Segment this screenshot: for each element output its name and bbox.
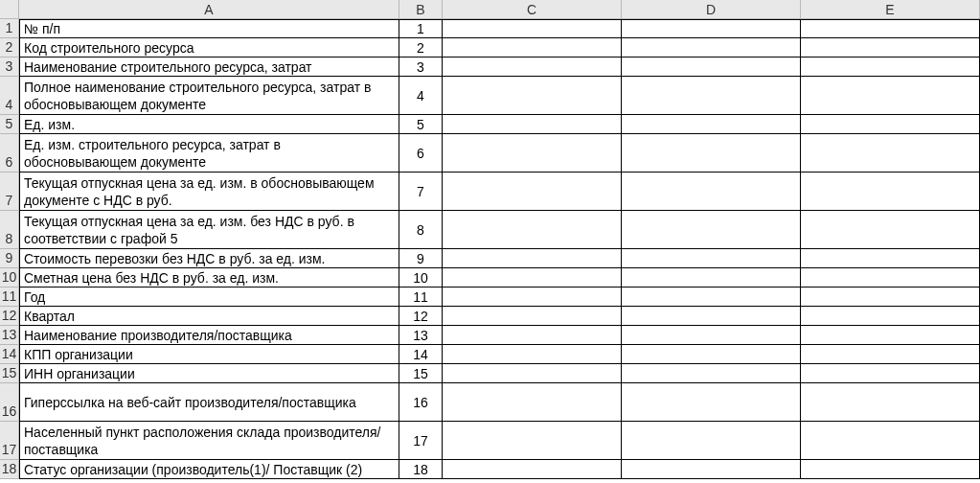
row-header[interactable]: 11 [0, 288, 19, 307]
row-header[interactable]: 3 [0, 58, 19, 77]
cell-b[interactable]: 12 [399, 307, 443, 326]
cell-a[interactable]: ИНН организации [19, 364, 399, 383]
cell-a[interactable]: КПП организации [19, 345, 399, 364]
cell-a[interactable]: Сметная цена без НДС в руб. за ед. изм. [19, 268, 399, 288]
cell-c[interactable] [443, 58, 622, 77]
cell-a[interactable]: Текущая отпускная цена за ед. изм. без Н… [19, 211, 399, 249]
row-header[interactable]: 14 [0, 345, 19, 364]
cell-d[interactable] [622, 307, 801, 326]
cell-b[interactable]: 11 [399, 288, 443, 307]
cell-d[interactable] [622, 172, 801, 211]
cell-b[interactable]: 10 [399, 268, 443, 288]
cell-b[interactable]: 17 [399, 422, 443, 460]
cell-e[interactable] [801, 288, 980, 307]
cell-c[interactable] [443, 422, 622, 460]
cell-e[interactable] [801, 211, 980, 249]
cell-c[interactable] [443, 364, 622, 383]
cell-e[interactable] [801, 172, 980, 211]
cell-d[interactable] [622, 326, 801, 345]
cell-d[interactable] [622, 288, 801, 307]
cell-c[interactable] [443, 268, 622, 288]
row-header[interactable]: 8 [0, 211, 19, 249]
cell-b[interactable]: 9 [399, 249, 443, 268]
cell-c[interactable] [443, 172, 622, 211]
row-header[interactable]: 6 [0, 134, 19, 172]
cell-a[interactable]: № п/п [19, 19, 399, 38]
cell-b[interactable]: 1 [399, 19, 443, 38]
cell-b[interactable]: 4 [399, 77, 443, 115]
row-header[interactable]: 2 [0, 38, 19, 58]
cell-b[interactable]: 13 [399, 326, 443, 345]
cell-b[interactable]: 6 [399, 134, 443, 172]
cell-e[interactable] [801, 38, 980, 58]
cell-d[interactable] [622, 383, 801, 422]
cell-a[interactable]: Ед. изм. [19, 115, 399, 134]
cell-e[interactable] [801, 307, 980, 326]
cell-d[interactable] [622, 134, 801, 172]
cell-d[interactable] [622, 364, 801, 383]
row-header[interactable]: 7 [0, 172, 19, 211]
cell-c[interactable] [443, 115, 622, 134]
cell-c[interactable] [443, 345, 622, 364]
cell-a[interactable]: Стоимость перевозки без НДС в руб. за ед… [19, 249, 399, 268]
cell-b[interactable]: 16 [399, 383, 443, 422]
row-header[interactable]: 15 [0, 364, 19, 383]
cell-e[interactable] [801, 364, 980, 383]
cell-a[interactable]: Наименование производителя/поставщика [19, 326, 399, 345]
corner[interactable] [0, 0, 19, 19]
cell-a[interactable]: Статус организации (производитель(1)/ По… [19, 460, 399, 479]
cell-d[interactable] [622, 58, 801, 77]
cell-a[interactable]: Год [19, 288, 399, 307]
cell-d[interactable] [622, 345, 801, 364]
cell-e[interactable] [801, 77, 980, 115]
cell-b[interactable]: 7 [399, 172, 443, 211]
cell-d[interactable] [622, 460, 801, 479]
cell-d[interactable] [622, 19, 801, 38]
cell-b[interactable]: 14 [399, 345, 443, 364]
cell-c[interactable] [443, 383, 622, 422]
cell-b[interactable]: 8 [399, 211, 443, 249]
cell-a[interactable]: Код строительного ресурса [19, 38, 399, 58]
cell-d[interactable] [622, 77, 801, 115]
cell-e[interactable] [801, 249, 980, 268]
cell-e[interactable] [801, 19, 980, 38]
cell-d[interactable] [622, 268, 801, 288]
col-header[interactable]: D [622, 0, 801, 19]
cell-a[interactable]: Гиперссылка на веб-сайт производителя/по… [19, 383, 399, 422]
cell-a[interactable]: Ед. изм. строительного ресурса, затрат в… [19, 134, 399, 172]
cell-c[interactable] [443, 77, 622, 115]
cell-a[interactable]: Населенный пункт расположения склада про… [19, 422, 399, 460]
cell-a[interactable]: Текущая отпускная цена за ед. изм. в обо… [19, 172, 399, 211]
cell-d[interactable] [622, 115, 801, 134]
row-header[interactable]: 13 [0, 326, 19, 345]
cell-b[interactable]: 18 [399, 460, 443, 479]
cell-b[interactable]: 15 [399, 364, 443, 383]
cell-e[interactable] [801, 268, 980, 288]
cell-a[interactable]: Квартал [19, 307, 399, 326]
cell-b[interactable]: 2 [399, 38, 443, 58]
cell-e[interactable] [801, 383, 980, 422]
cell-c[interactable] [443, 288, 622, 307]
cell-c[interactable] [443, 249, 622, 268]
cell-c[interactable] [443, 307, 622, 326]
cell-e[interactable] [801, 134, 980, 172]
cell-e[interactable] [801, 460, 980, 479]
col-header[interactable]: A [19, 0, 399, 19]
cell-e[interactable] [801, 58, 980, 77]
cell-e[interactable] [801, 422, 980, 460]
row-header[interactable]: 9 [0, 249, 19, 268]
col-header[interactable]: C [443, 0, 622, 19]
row-header[interactable]: 12 [0, 307, 19, 326]
col-header[interactable]: E [801, 0, 980, 19]
row-header[interactable]: 16 [0, 383, 19, 422]
cell-d[interactable] [622, 422, 801, 460]
cell-c[interactable] [443, 38, 622, 58]
row-header[interactable]: 10 [0, 268, 19, 288]
cell-b[interactable]: 5 [399, 115, 443, 134]
cell-e[interactable] [801, 326, 980, 345]
cell-e[interactable] [801, 115, 980, 134]
cell-c[interactable] [443, 326, 622, 345]
cell-d[interactable] [622, 249, 801, 268]
cell-a[interactable]: Полное наименование строительного ресурс… [19, 77, 399, 115]
row-header[interactable]: 1 [0, 19, 19, 38]
